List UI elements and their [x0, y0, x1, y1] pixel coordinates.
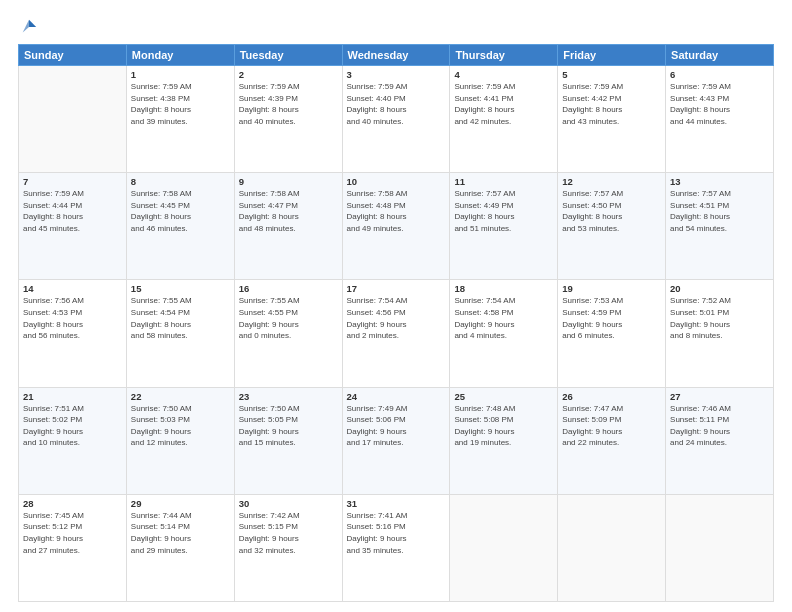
day-cell: 22Sunrise: 7:50 AM Sunset: 5:03 PM Dayli… — [126, 387, 234, 494]
header-day-tuesday: Tuesday — [234, 45, 342, 66]
day-cell: 30Sunrise: 7:42 AM Sunset: 5:15 PM Dayli… — [234, 494, 342, 601]
header-day-friday: Friday — [558, 45, 666, 66]
day-info: Sunrise: 7:46 AM Sunset: 5:11 PM Dayligh… — [670, 403, 769, 449]
day-number: 8 — [131, 176, 230, 187]
day-cell: 24Sunrise: 7:49 AM Sunset: 5:06 PM Dayli… — [342, 387, 450, 494]
day-number: 24 — [347, 391, 446, 402]
day-cell: 4Sunrise: 7:59 AM Sunset: 4:41 PM Daylig… — [450, 66, 558, 173]
day-info: Sunrise: 7:56 AM Sunset: 4:53 PM Dayligh… — [23, 295, 122, 341]
day-cell: 28Sunrise: 7:45 AM Sunset: 5:12 PM Dayli… — [19, 494, 127, 601]
day-cell: 23Sunrise: 7:50 AM Sunset: 5:05 PM Dayli… — [234, 387, 342, 494]
day-cell: 18Sunrise: 7:54 AM Sunset: 4:58 PM Dayli… — [450, 280, 558, 387]
header-row: SundayMondayTuesdayWednesdayThursdayFrid… — [19, 45, 774, 66]
day-info: Sunrise: 7:50 AM Sunset: 5:05 PM Dayligh… — [239, 403, 338, 449]
day-cell: 12Sunrise: 7:57 AM Sunset: 4:50 PM Dayli… — [558, 173, 666, 280]
week-row-4: 28Sunrise: 7:45 AM Sunset: 5:12 PM Dayli… — [19, 494, 774, 601]
day-number: 22 — [131, 391, 230, 402]
day-cell: 3Sunrise: 7:59 AM Sunset: 4:40 PM Daylig… — [342, 66, 450, 173]
day-info: Sunrise: 7:58 AM Sunset: 4:47 PM Dayligh… — [239, 188, 338, 234]
week-row-1: 7Sunrise: 7:59 AM Sunset: 4:44 PM Daylig… — [19, 173, 774, 280]
day-cell: 11Sunrise: 7:57 AM Sunset: 4:49 PM Dayli… — [450, 173, 558, 280]
day-cell: 27Sunrise: 7:46 AM Sunset: 5:11 PM Dayli… — [666, 387, 774, 494]
day-number: 4 — [454, 69, 553, 80]
week-row-2: 14Sunrise: 7:56 AM Sunset: 4:53 PM Dayli… — [19, 280, 774, 387]
day-number: 28 — [23, 498, 122, 509]
day-number: 25 — [454, 391, 553, 402]
day-cell: 1Sunrise: 7:59 AM Sunset: 4:38 PM Daylig… — [126, 66, 234, 173]
day-cell: 21Sunrise: 7:51 AM Sunset: 5:02 PM Dayli… — [19, 387, 127, 494]
day-number: 3 — [347, 69, 446, 80]
day-cell: 13Sunrise: 7:57 AM Sunset: 4:51 PM Dayli… — [666, 173, 774, 280]
calendar-table: SundayMondayTuesdayWednesdayThursdayFrid… — [18, 44, 774, 602]
day-number: 15 — [131, 283, 230, 294]
week-row-0: 1Sunrise: 7:59 AM Sunset: 4:38 PM Daylig… — [19, 66, 774, 173]
day-number: 18 — [454, 283, 553, 294]
day-info: Sunrise: 7:42 AM Sunset: 5:15 PM Dayligh… — [239, 510, 338, 556]
day-info: Sunrise: 7:41 AM Sunset: 5:16 PM Dayligh… — [347, 510, 446, 556]
day-info: Sunrise: 7:51 AM Sunset: 5:02 PM Dayligh… — [23, 403, 122, 449]
day-info: Sunrise: 7:58 AM Sunset: 4:45 PM Dayligh… — [131, 188, 230, 234]
day-number: 9 — [239, 176, 338, 187]
day-cell: 8Sunrise: 7:58 AM Sunset: 4:45 PM Daylig… — [126, 173, 234, 280]
day-info: Sunrise: 7:59 AM Sunset: 4:44 PM Dayligh… — [23, 188, 122, 234]
day-number: 27 — [670, 391, 769, 402]
day-cell: 19Sunrise: 7:53 AM Sunset: 4:59 PM Dayli… — [558, 280, 666, 387]
day-number: 16 — [239, 283, 338, 294]
day-cell — [666, 494, 774, 601]
day-number: 12 — [562, 176, 661, 187]
day-info: Sunrise: 7:57 AM Sunset: 4:50 PM Dayligh… — [562, 188, 661, 234]
day-number: 1 — [131, 69, 230, 80]
week-row-3: 21Sunrise: 7:51 AM Sunset: 5:02 PM Dayli… — [19, 387, 774, 494]
day-cell — [19, 66, 127, 173]
day-cell: 17Sunrise: 7:54 AM Sunset: 4:56 PM Dayli… — [342, 280, 450, 387]
day-info: Sunrise: 7:58 AM Sunset: 4:48 PM Dayligh… — [347, 188, 446, 234]
day-number: 29 — [131, 498, 230, 509]
day-info: Sunrise: 7:45 AM Sunset: 5:12 PM Dayligh… — [23, 510, 122, 556]
day-info: Sunrise: 7:55 AM Sunset: 4:55 PM Dayligh… — [239, 295, 338, 341]
day-info: Sunrise: 7:50 AM Sunset: 5:03 PM Dayligh… — [131, 403, 230, 449]
header-day-wednesday: Wednesday — [342, 45, 450, 66]
day-cell: 9Sunrise: 7:58 AM Sunset: 4:47 PM Daylig… — [234, 173, 342, 280]
day-cell: 14Sunrise: 7:56 AM Sunset: 4:53 PM Dayli… — [19, 280, 127, 387]
day-info: Sunrise: 7:57 AM Sunset: 4:49 PM Dayligh… — [454, 188, 553, 234]
day-number: 20 — [670, 283, 769, 294]
day-info: Sunrise: 7:55 AM Sunset: 4:54 PM Dayligh… — [131, 295, 230, 341]
header — [18, 18, 774, 36]
header-day-sunday: Sunday — [19, 45, 127, 66]
day-number: 7 — [23, 176, 122, 187]
day-number: 13 — [670, 176, 769, 187]
day-number: 5 — [562, 69, 661, 80]
day-number: 17 — [347, 283, 446, 294]
day-cell: 25Sunrise: 7:48 AM Sunset: 5:08 PM Dayli… — [450, 387, 558, 494]
day-number: 2 — [239, 69, 338, 80]
day-cell: 5Sunrise: 7:59 AM Sunset: 4:42 PM Daylig… — [558, 66, 666, 173]
day-info: Sunrise: 7:59 AM Sunset: 4:40 PM Dayligh… — [347, 81, 446, 127]
day-cell: 26Sunrise: 7:47 AM Sunset: 5:09 PM Dayli… — [558, 387, 666, 494]
day-cell: 7Sunrise: 7:59 AM Sunset: 4:44 PM Daylig… — [19, 173, 127, 280]
day-number: 11 — [454, 176, 553, 187]
day-cell: 16Sunrise: 7:55 AM Sunset: 4:55 PM Dayli… — [234, 280, 342, 387]
day-info: Sunrise: 7:49 AM Sunset: 5:06 PM Dayligh… — [347, 403, 446, 449]
day-number: 31 — [347, 498, 446, 509]
day-cell — [450, 494, 558, 601]
day-info: Sunrise: 7:54 AM Sunset: 4:58 PM Dayligh… — [454, 295, 553, 341]
header-day-monday: Monday — [126, 45, 234, 66]
day-info: Sunrise: 7:47 AM Sunset: 5:09 PM Dayligh… — [562, 403, 661, 449]
day-cell: 15Sunrise: 7:55 AM Sunset: 4:54 PM Dayli… — [126, 280, 234, 387]
day-cell: 29Sunrise: 7:44 AM Sunset: 5:14 PM Dayli… — [126, 494, 234, 601]
day-info: Sunrise: 7:44 AM Sunset: 5:14 PM Dayligh… — [131, 510, 230, 556]
day-info: Sunrise: 7:59 AM Sunset: 4:39 PM Dayligh… — [239, 81, 338, 127]
day-number: 19 — [562, 283, 661, 294]
day-number: 10 — [347, 176, 446, 187]
page: SundayMondayTuesdayWednesdayThursdayFrid… — [0, 0, 792, 612]
day-cell — [558, 494, 666, 601]
day-info: Sunrise: 7:59 AM Sunset: 4:42 PM Dayligh… — [562, 81, 661, 127]
day-info: Sunrise: 7:54 AM Sunset: 4:56 PM Dayligh… — [347, 295, 446, 341]
day-info: Sunrise: 7:57 AM Sunset: 4:51 PM Dayligh… — [670, 188, 769, 234]
day-number: 26 — [562, 391, 661, 402]
day-info: Sunrise: 7:59 AM Sunset: 4:41 PM Dayligh… — [454, 81, 553, 127]
logo-icon — [20, 18, 38, 36]
day-number: 14 — [23, 283, 122, 294]
day-cell: 2Sunrise: 7:59 AM Sunset: 4:39 PM Daylig… — [234, 66, 342, 173]
day-number: 6 — [670, 69, 769, 80]
